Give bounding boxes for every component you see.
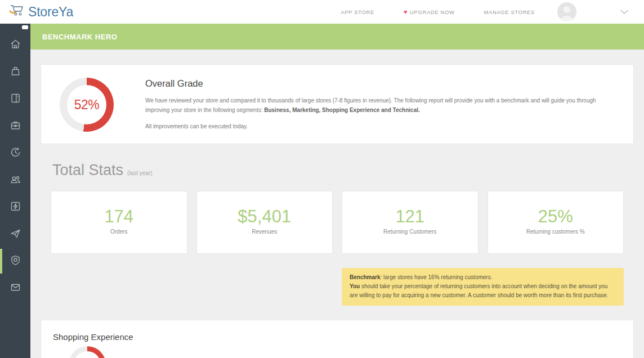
sidebar-collapse-handle[interactable]: [22, 25, 28, 29]
shopping-experience-title: Shopping Experience: [53, 332, 633, 342]
cart-logo-icon: [9, 3, 26, 20]
nav-upgrade-now[interactable]: ♥ UPGRADE NOW: [404, 9, 455, 15]
sidebar-item-customers[interactable]: [0, 167, 30, 194]
page-title: BENCHMARK HERO: [42, 33, 117, 41]
sidebar-item-history[interactable]: [0, 140, 30, 167]
overall-grade-donut: 52%: [60, 78, 114, 132]
sidebar-item-shop[interactable]: [0, 59, 30, 86]
sidebar-item-messages[interactable]: [0, 275, 30, 302]
heart-icon: ♥: [404, 9, 408, 15]
stats-row: 174 Orders $5,401 Revenues 121 Returning…: [51, 191, 624, 254]
shield-icon: [10, 254, 21, 268]
shopping-experience-card: Shopping Experience: [41, 320, 634, 358]
stat-label: Returning Customers: [342, 229, 478, 235]
flash-box-icon: [10, 200, 21, 214]
nav-app-store[interactable]: APP STORE: [341, 9, 374, 15]
stat-card-returning-customers: 121 Returning Customers: [342, 191, 478, 254]
sidebar-item-home[interactable]: [0, 32, 30, 59]
note-line2: should take your percentage of returning…: [350, 283, 609, 298]
mail-icon: [10, 281, 21, 296]
book-icon: [10, 92, 21, 106]
shopping-bag-icon: [10, 65, 21, 79]
total-stats-title: Total Stats: [52, 162, 123, 179]
briefcase-icon: [10, 119, 21, 133]
overall-grade-card: 52% Overall Grade We have reviewed your …: [41, 64, 634, 144]
donut-hole: 52%: [67, 85, 106, 124]
benchmark-hero-banner: BENCHMARK HERO: [30, 24, 644, 50]
stat-value: 174: [51, 207, 187, 227]
stat-value: 121: [342, 207, 478, 227]
overall-grade-percent: 52%: [74, 97, 100, 113]
shopping-experience-donut: [69, 346, 106, 358]
stat-label: Revenues: [197, 229, 333, 235]
stat-label: Returning customers %: [488, 229, 624, 235]
overall-grade-description: We have reviewed your store and compared…: [145, 96, 604, 115]
nav-manage-stores[interactable]: MANAGE STORES: [484, 9, 535, 15]
note-bold-benchmark: Benchmark: [350, 274, 380, 280]
note-bold-you: You: [350, 283, 360, 289]
send-rocket-icon: [10, 227, 21, 241]
overall-grade-title: Overall Grade: [145, 78, 604, 89]
chevron-down-icon[interactable]: [620, 7, 628, 17]
sidebar-item-promotions[interactable]: [0, 194, 30, 221]
sidebar-item-catalog[interactable]: [0, 86, 30, 113]
stat-value: $5,401: [197, 207, 333, 227]
header-nav: APP STORE ♥ UPGRADE NOW MANAGE STORES: [341, 9, 535, 15]
note-line1: : large stores have 16% returning custom…: [380, 274, 492, 280]
logo-text: StoreYa: [28, 5, 73, 20]
sidebar-nav: [0, 24, 30, 358]
users-icon: [10, 173, 21, 187]
benchmark-note: Benchmark: large stores have 16% returni…: [342, 268, 624, 306]
overall-grade-footer: All improvements can be executed today.: [145, 123, 604, 129]
user-avatar[interactable]: [557, 2, 576, 21]
storeya-logo[interactable]: StoreYa: [9, 3, 73, 20]
stat-value: 25%: [488, 207, 624, 227]
sidebar-item-benchmark[interactable]: [0, 248, 30, 275]
main-content: BENCHMARK HERO 52% Overall Grade We have…: [30, 24, 644, 358]
top-header: StoreYa APP STORE ♥ UPGRADE NOW MANAGE S…: [0, 0, 644, 24]
sidebar-item-business[interactable]: [0, 113, 30, 140]
history-clock-icon: [10, 146, 21, 160]
stat-card-orders: 174 Orders: [51, 191, 187, 254]
nav-app-store-label: APP STORE: [341, 9, 374, 15]
nav-upgrade-label: UPGRADE NOW: [410, 9, 454, 15]
description-segments: Business, Marketing, Shopping Experience…: [264, 107, 420, 113]
sidebar-item-launch[interactable]: [0, 221, 30, 248]
stat-card-revenues: $5,401 Revenues: [196, 191, 333, 254]
stat-card-returning-pct: 25% Returning customers %: [488, 191, 624, 254]
total-stats-subtitle: (last year): [127, 170, 152, 176]
nav-manage-label: MANAGE STORES: [484, 9, 535, 15]
stat-label: Orders: [51, 229, 187, 235]
home-icon: [10, 38, 21, 52]
